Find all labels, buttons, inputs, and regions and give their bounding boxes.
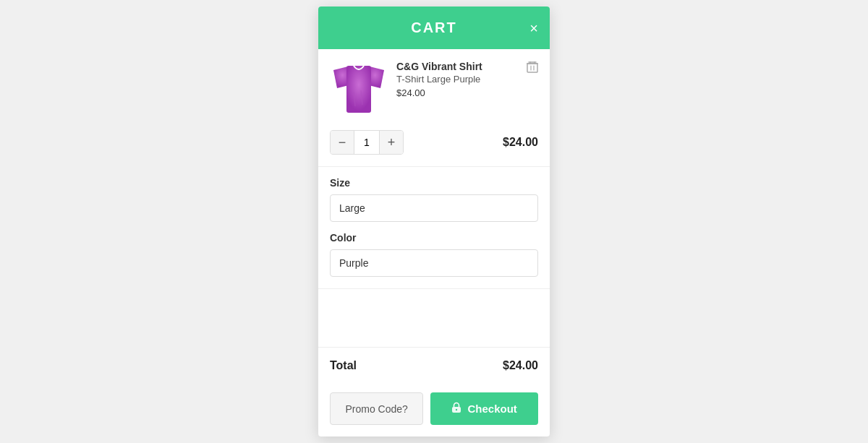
color-option-group: Color Purple Red Blue Green	[330, 232, 538, 277]
lock-svg	[451, 402, 461, 413]
quantity-controls: − 1 +	[330, 130, 404, 155]
svg-point-13	[456, 409, 457, 410]
quantity-value: 1	[354, 131, 380, 154]
lock-icon	[451, 402, 461, 416]
checkout-label: Checkout	[467, 403, 516, 415]
item-details: C&G Vibrant Shirt T-Shirt Large Purple $…	[396, 61, 518, 98]
item-variant: T-Shirt Large Purple	[396, 74, 518, 85]
size-label: Size	[330, 177, 538, 189]
color-select[interactable]: Purple Red Blue Green	[330, 249, 538, 277]
quantity-increase-button[interactable]: +	[380, 131, 403, 154]
size-option-group: Size Large Small Medium XL	[330, 177, 538, 222]
close-button[interactable]: ×	[529, 21, 538, 35]
item-name: C&G Vibrant Shirt	[396, 61, 518, 72]
size-select[interactable]: Large Small Medium XL	[330, 194, 538, 222]
svg-rect-5	[527, 64, 537, 72]
cart-header: CART ×	[318, 7, 550, 49]
color-select-wrapper: Purple Red Blue Green	[330, 249, 538, 277]
quantity-row: − 1 + $24.00	[330, 130, 538, 155]
promo-code-button[interactable]: Promo Code?	[330, 392, 423, 425]
cart-footer-total: Total $24.00	[318, 347, 550, 384]
options-section: Size Large Small Medium XL Color Purple …	[318, 177, 550, 289]
color-label: Color	[330, 232, 538, 244]
tshirt-icon	[333, 63, 384, 117]
size-select-wrapper: Large Small Medium XL	[330, 194, 538, 222]
spacer-area	[318, 289, 550, 347]
item-total: $24.00	[503, 136, 538, 149]
item-image	[330, 61, 388, 119]
delete-item-button[interactable]	[527, 61, 538, 77]
cart-title: CART	[411, 20, 457, 36]
total-value: $24.00	[503, 359, 538, 372]
cart-item: C&G Vibrant Shirt T-Shirt Large Purple $…	[330, 61, 538, 119]
trash-icon	[527, 61, 538, 74]
cart-actions: Promo Code? Checkout	[318, 384, 550, 436]
cart-modal: CART ×	[318, 7, 550, 436]
cart-body: C&G Vibrant Shirt T-Shirt Large Purple $…	[318, 49, 550, 167]
item-unit-price: $24.00	[396, 87, 518, 98]
checkout-button[interactable]: Checkout	[430, 392, 538, 425]
total-label: Total	[330, 359, 357, 372]
quantity-decrease-button[interactable]: −	[331, 131, 354, 154]
svg-rect-2	[346, 66, 371, 113]
